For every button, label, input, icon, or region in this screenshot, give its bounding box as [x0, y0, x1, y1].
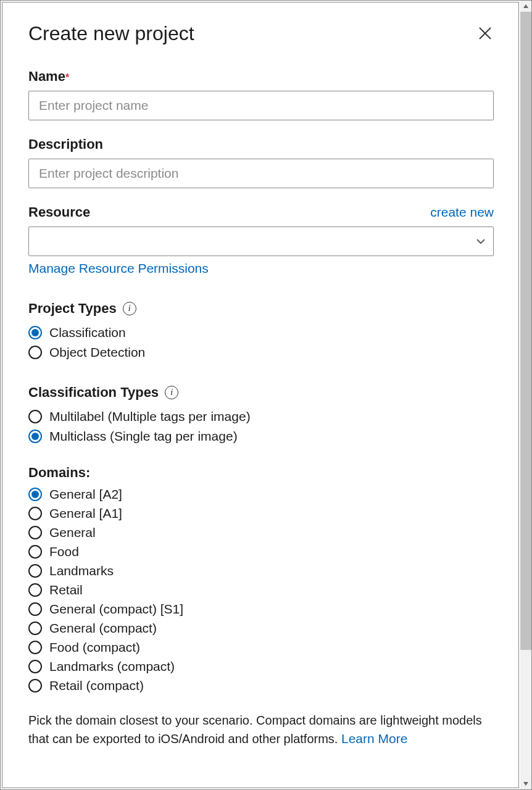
domain-option[interactable]: General [28, 525, 494, 540]
radio-button[interactable] [28, 564, 42, 578]
radio-label: General [49, 525, 96, 540]
project-types-section: Project Types i ClassificationObject Det… [28, 301, 494, 360]
radio-button[interactable] [28, 488, 42, 501]
radio-label: Multilabel (Multiple tags per image) [49, 409, 251, 424]
classification-types-label: Classification Types [28, 385, 159, 401]
info-icon[interactable]: i [165, 386, 178, 399]
domains-section: Domains: General [A2]General [A1]General… [28, 465, 494, 748]
classification-types-section: Classification Types i Multilabel (Multi… [28, 385, 494, 444]
description-input[interactable] [28, 159, 494, 188]
project-type-option[interactable]: Classification [28, 325, 494, 340]
domains-label: Domains: [28, 465, 90, 481]
svg-marker-0 [523, 4, 528, 8]
radio-button[interactable] [28, 410, 42, 423]
resource-label: Resource [28, 204, 90, 220]
create-new-resource-link[interactable]: create new [430, 205, 494, 220]
learn-more-link[interactable]: Learn More [341, 731, 407, 746]
project-type-option[interactable]: Object Detection [28, 345, 494, 360]
domain-option[interactable]: Food [28, 544, 494, 559]
outer-frame: Create new project Name* Description [0, 0, 532, 790]
info-icon[interactable]: i [123, 302, 136, 315]
dialog-title: Create new project [28, 22, 194, 45]
name-input[interactable] [28, 91, 494, 120]
manage-permissions-link[interactable]: Manage Resource Permissions [28, 261, 209, 275]
domain-option[interactable]: Landmarks [28, 563, 494, 578]
radio-button[interactable] [28, 622, 42, 635]
radio-button[interactable] [28, 602, 42, 616]
radio-label: General [A2] [49, 487, 122, 502]
radio-button[interactable] [28, 526, 42, 539]
domain-option[interactable]: Retail [28, 583, 494, 597]
radio-button[interactable] [28, 583, 42, 597]
radio-label: Landmarks (compact) [49, 659, 175, 674]
radio-label: Classification [49, 325, 126, 340]
name-label: Name [28, 69, 65, 84]
radio-button[interactable] [28, 507, 42, 520]
radio-button[interactable] [28, 346, 42, 359]
description-field-group: Description [28, 136, 494, 188]
radio-label: Retail [49, 583, 83, 597]
domain-option[interactable]: General [A2] [28, 487, 494, 502]
radio-label: Object Detection [49, 345, 145, 360]
resource-select[interactable] [28, 227, 494, 256]
close-icon [478, 26, 493, 41]
description-label: Description [28, 136, 103, 152]
classification-type-option[interactable]: Multiclass (Single tag per image) [28, 429, 494, 444]
radio-label: General (compact) [S1] [49, 602, 183, 617]
domains-help-text: Pick the domain closest to your scenario… [28, 712, 494, 748]
domain-option[interactable]: Landmarks (compact) [28, 659, 494, 674]
radio-label: Retail (compact) [49, 678, 144, 693]
radio-label: General [A1] [49, 506, 122, 521]
dialog-header: Create new project [28, 22, 494, 45]
domain-option[interactable]: General (compact) [S1] [28, 602, 494, 617]
radio-label: Food [49, 544, 79, 559]
scrollbar-thumb[interactable] [520, 12, 531, 650]
radio-button[interactable] [28, 430, 42, 443]
radio-label: Multiclass (Single tag per image) [49, 429, 238, 444]
domain-option[interactable]: Retail (compact) [28, 678, 494, 693]
create-project-dialog: Create new project Name* Description [2, 2, 519, 788]
scrollbar-arrow-down-icon[interactable] [520, 778, 531, 789]
radio-button[interactable] [28, 641, 42, 654]
radio-label: Food (compact) [49, 640, 140, 655]
radio-button[interactable] [28, 326, 42, 339]
scrollbar-track[interactable] [520, 1, 531, 789]
required-star: * [65, 72, 69, 83]
close-button[interactable] [476, 25, 494, 42]
resource-field-group: Resource create new Manage Resource Perm… [28, 204, 494, 276]
radio-label: Landmarks [49, 563, 114, 578]
scrollbar-arrow-up-icon[interactable] [520, 1, 531, 12]
domain-option[interactable]: General [A1] [28, 506, 494, 521]
radio-label: General (compact) [49, 621, 157, 636]
radio-button[interactable] [28, 660, 42, 673]
name-field-group: Name* [28, 69, 494, 120]
radio-button[interactable] [28, 679, 42, 692]
svg-marker-1 [523, 782, 528, 786]
classification-type-option[interactable]: Multilabel (Multiple tags per image) [28, 409, 494, 424]
project-types-label: Project Types [28, 301, 117, 317]
radio-button[interactable] [28, 545, 42, 559]
domain-option[interactable]: Food (compact) [28, 640, 494, 655]
domain-option[interactable]: General (compact) [28, 621, 494, 636]
